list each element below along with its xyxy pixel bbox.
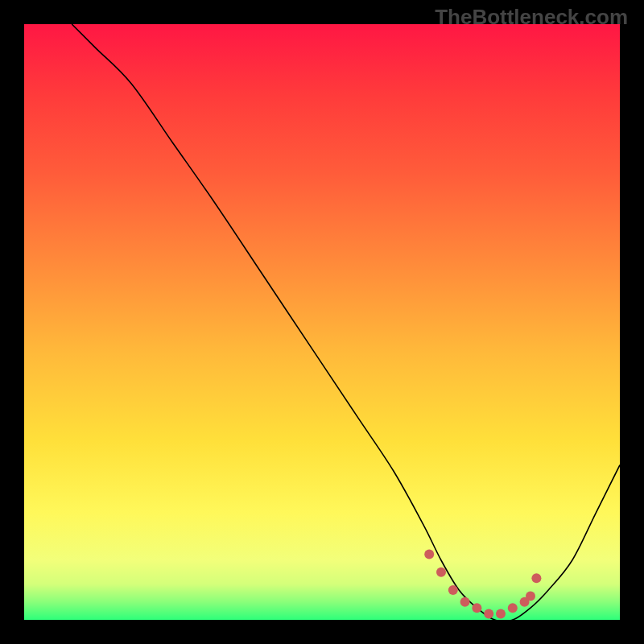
svg-point-5 [484, 609, 493, 619]
svg-point-4 [472, 603, 481, 613]
svg-point-10 [531, 573, 541, 583]
chart-svg [24, 24, 620, 620]
svg-point-9 [526, 591, 535, 601]
svg-point-7 [508, 603, 518, 613]
gradient-background [24, 24, 620, 620]
svg-point-6 [496, 609, 506, 619]
watermark-label: TheBottleneck.com [435, 5, 628, 30]
chart-container: TheBottleneck.com [0, 0, 644, 644]
plot-area [24, 24, 620, 620]
svg-point-2 [448, 585, 458, 595]
svg-point-3 [460, 597, 470, 607]
svg-point-0 [424, 550, 434, 559]
svg-point-1 [436, 568, 446, 577]
